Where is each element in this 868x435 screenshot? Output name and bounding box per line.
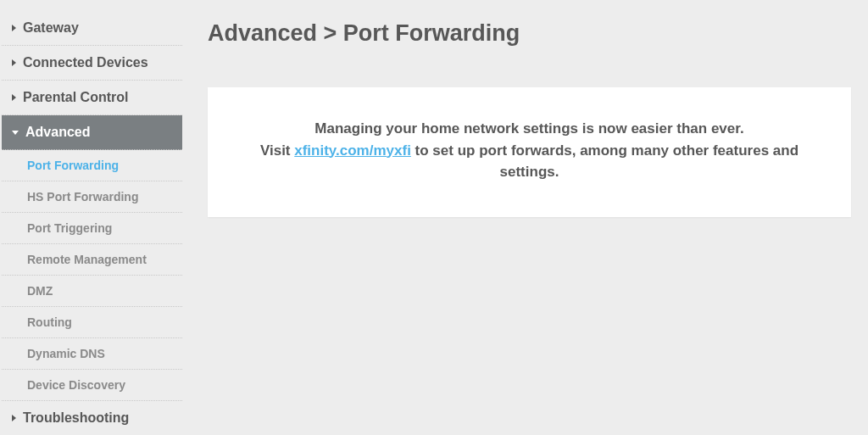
sidebar-subitem-hs-port-forwarding[interactable]: HS Port Forwarding — [2, 181, 182, 213]
main-content: Advanced > Port Forwarding Managing your… — [182, 0, 868, 435]
sidebar-subitem-label: Port Forwarding — [27, 159, 119, 172]
sidebar-item-label: Connected Devices — [23, 55, 148, 70]
chevron-right-icon — [12, 25, 16, 31]
sidebar-item-gateway[interactable]: Gateway — [2, 11, 182, 46]
chevron-right-icon — [12, 59, 16, 66]
sidebar-item-troubleshooting[interactable]: Troubleshooting — [2, 401, 182, 435]
sidebar-subitem-device-discovery[interactable]: Device Discovery — [2, 370, 182, 401]
sidebar-item-parental-control[interactable]: Parental Control — [2, 81, 182, 115]
sidebar-subitem-label: Remote Management — [27, 253, 147, 266]
sidebar-subitem-port-forwarding[interactable]: Port Forwarding — [2, 150, 182, 181]
sidebar: Gateway Connected Devices Parental Contr… — [0, 0, 182, 435]
sidebar-subitem-label: Dynamic DNS — [27, 347, 105, 360]
info-line1: Managing your home network settings is n… — [314, 120, 743, 137]
sidebar-item-label: Advanced — [25, 125, 90, 140]
sidebar-item-connected-devices[interactable]: Connected Devices — [2, 46, 182, 81]
sidebar-subitem-label: HS Port Forwarding — [27, 190, 138, 204]
sidebar-subitem-dynamic-dns[interactable]: Dynamic DNS — [2, 338, 182, 370]
sidebar-subitem-port-triggering[interactable]: Port Triggering — [2, 213, 182, 244]
sidebar-subitem-dmz[interactable]: DMZ — [2, 276, 182, 307]
info-line2-suffix: to set up port forwards, among many othe… — [411, 142, 798, 181]
chevron-down-icon — [12, 131, 19, 135]
info-text: Managing your home network settings is n… — [233, 118, 826, 183]
chevron-right-icon — [12, 94, 16, 101]
sidebar-item-label: Gateway — [23, 20, 79, 36]
sidebar-item-label: Parental Control — [23, 90, 128, 105]
sidebar-subitem-label: Port Triggering — [27, 221, 112, 235]
sidebar-subitem-routing[interactable]: Routing — [2, 307, 182, 338]
sidebar-subitem-remote-management[interactable]: Remote Management — [2, 244, 182, 276]
chevron-right-icon — [12, 415, 16, 421]
sidebar-subitem-label: Routing — [27, 315, 72, 329]
sidebar-item-label: Troubleshooting — [23, 410, 129, 426]
page-title: Advanced > Port Forwarding — [208, 20, 851, 47]
info-line2-prefix: Visit — [260, 142, 294, 159]
info-box: Managing your home network settings is n… — [208, 87, 851, 217]
sidebar-subitem-label: DMZ — [27, 284, 53, 298]
sidebar-item-advanced[interactable]: Advanced — [2, 115, 182, 150]
xfinity-link[interactable]: xfinity.com/myxfi — [294, 142, 411, 159]
sidebar-subitem-label: Device Discovery — [27, 378, 125, 392]
